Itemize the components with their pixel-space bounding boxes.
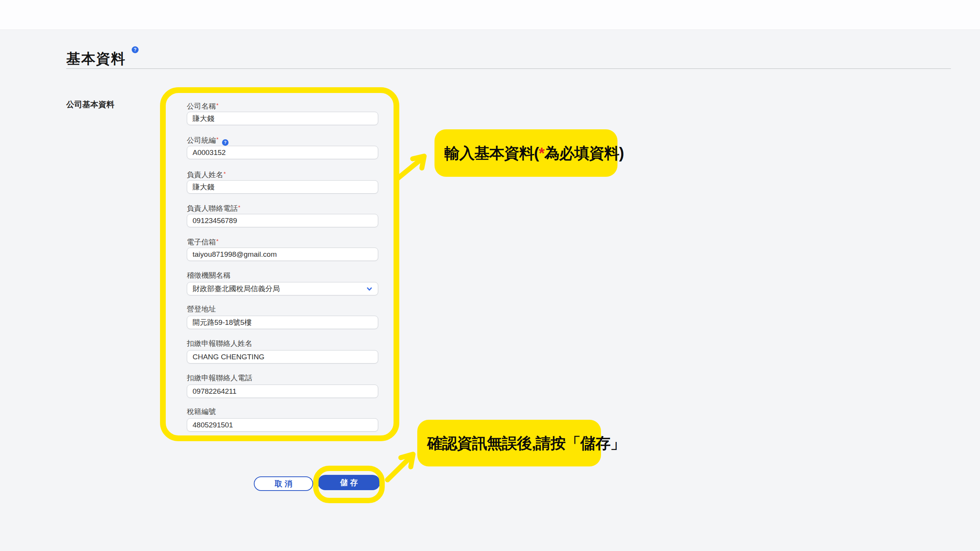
field-withholding-contact-phone: 扣繳申報聯絡人電話 [187,373,378,398]
tax-office-select[interactable]: 財政部臺北國稅局信義分局 [187,282,378,295]
field-label-text: 負責人姓名 [187,171,223,179]
company-tax-id-help-icon[interactable]: ? [222,139,229,146]
field-registered-address: 營登地址 [187,305,378,329]
top-bar [0,0,980,30]
company-tax-id-input[interactable] [187,146,378,159]
required-marker: * [238,204,240,210]
required-marker: * [224,170,226,177]
title-divider [66,68,951,69]
field-label: 扣繳申報聯絡人姓名 [187,339,378,348]
page-title: 基本資料 [66,49,126,68]
tax-registration-number-input[interactable] [187,418,378,432]
field-company-tax-id: 公司統編*? [187,135,378,159]
field-label-text: 公司統編 [187,136,216,144]
callout-text: 輸入基本資料(*為必填資料) [444,143,624,164]
chevron-down-icon [366,285,373,293]
required-marker: * [216,102,219,108]
field-label-text: 稅籍編號 [187,408,216,416]
field-label: 負責人姓名* [187,169,378,178]
withholding-contact-phone-input[interactable] [187,385,378,398]
required-marker: * [216,238,219,244]
callout-text-suffix: 為必填資料) [544,145,624,161]
field-withholding-contact-name: 扣繳申報聯絡人姓名 [187,339,378,364]
field-company-name: 公司名稱* [187,101,378,125]
field-tax-registration-number: 稅籍編號 [187,407,378,432]
field-label: 營登地址 [187,305,378,314]
callout-text: 確認資訊無誤後,請按「儲存」 [427,433,625,454]
field-label-text: 營登地址 [187,305,216,313]
field-label: 負責人聯絡電話* [187,203,378,212]
annotation-arrow-bottom-icon [381,447,423,489]
tax-office-selected-value: 財政部臺北國稅局信義分局 [193,284,280,294]
annotation-callout-save: 確認資訊無誤後,請按「儲存」 [417,420,601,466]
field-label-text: 電子信箱 [187,238,216,246]
withholding-contact-name-input[interactable] [187,350,378,364]
callout-text-prefix: 輸入基本資料( [444,145,539,161]
field-label: 電子信箱* [187,236,378,246]
email-input[interactable] [187,248,378,261]
field-label: 稅籍編號 [187,407,378,416]
field-label: 公司名稱* [187,101,378,110]
cancel-button[interactable]: 取消 [254,476,313,491]
annotation-callout-required-fields: 輸入基本資料(*為必填資料) [434,129,617,177]
save-button[interactable]: 儲存 [318,475,380,490]
required-marker: * [216,136,219,142]
section-label-company-info: 公司基本資料 [66,99,114,110]
registered-address-input[interactable] [187,316,378,329]
field-label-text: 扣繳申報聯絡人姓名 [187,339,252,347]
annotation-arrow-top-icon [390,147,436,185]
field-label: 稽徵機關名稱 [187,271,378,280]
callout-required-star: * [539,145,544,161]
owner-name-input[interactable] [187,180,378,194]
field-label-text: 負責人聯絡電話 [187,204,238,212]
field-label-text: 公司名稱 [187,102,216,110]
field-label: 扣繳申報聯絡人電話 [187,373,378,383]
page-help-icon[interactable]: ? [132,46,139,53]
field-label-text: 稽徵機關名稱 [187,271,230,279]
company-name-input[interactable] [187,112,378,125]
field-email: 電子信箱* [187,236,378,261]
field-tax-office: 稽徵機關名稱 財政部臺北國稅局信義分局 [187,271,378,295]
field-label-text: 扣繳申報聯絡人電話 [187,374,252,382]
field-owner-name: 負責人姓名* [187,169,378,194]
owner-phone-input[interactable] [187,214,378,227]
field-owner-phone: 負責人聯絡電話* [187,203,378,227]
field-label: 公司統編*? [187,135,378,144]
